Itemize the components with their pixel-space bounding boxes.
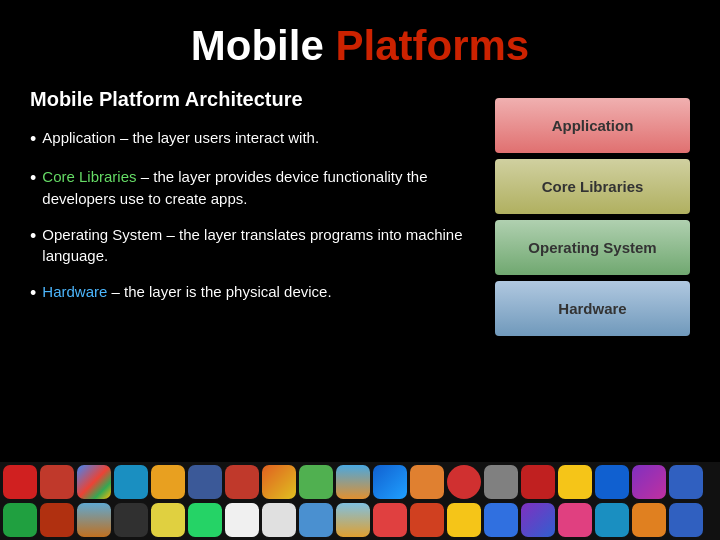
app-icon-19 [669, 465, 703, 499]
section-heading: Mobile Platform Architecture [30, 88, 465, 111]
app-icon-17 [595, 465, 629, 499]
app-icon-b16 [558, 503, 592, 537]
app-icon-8 [262, 465, 296, 499]
app-icon-14 [484, 465, 518, 499]
app-icon-b3 [77, 503, 111, 537]
app-icon-b4 [114, 503, 148, 537]
app-icon-6 [188, 465, 222, 499]
title-area: Mobile Platforms [0, 0, 720, 88]
bullet-item-2: • Core Libraries – the layer provides de… [30, 166, 465, 210]
title-part2: Platforms [335, 22, 529, 69]
app-icon-2 [40, 465, 74, 499]
arch-block-operating-system: Operating System [495, 220, 690, 275]
bullet-1-rest: – the layer users interact with. [120, 129, 319, 146]
app-icon-5 [151, 465, 185, 499]
app-icon-18 [632, 465, 666, 499]
app-icon-10 [336, 465, 370, 499]
app-icon-b5 [151, 503, 185, 537]
bullet-dot-2: • [30, 165, 36, 191]
bullet-4-rest: – the layer is the physical device. [107, 283, 331, 300]
app-icon-b18 [632, 503, 666, 537]
app-icon-b11 [373, 503, 407, 537]
app-icon-b7 [225, 503, 259, 537]
app-icon-b15 [521, 503, 555, 537]
app-icon-b13 [447, 503, 481, 537]
architecture-diagram: Application Core Libraries Operating Sys… [495, 88, 690, 336]
bullet-text-1: Application – the layer users interact w… [42, 127, 465, 149]
arch-block-hardware: Hardware [495, 281, 690, 336]
bullet-list: • Application – the layer users interact… [30, 127, 465, 306]
app-icon-7 [225, 465, 259, 499]
app-icon-13 [447, 465, 481, 499]
slide: Mobile Platforms Mobile Platform Archite… [0, 0, 720, 540]
app-icon-b6 [188, 503, 222, 537]
bullet-3-normal: Operating System [42, 226, 162, 243]
app-icon-4 [114, 465, 148, 499]
app-icon-3 [77, 465, 111, 499]
app-icon-1 [3, 465, 37, 499]
app-icon-b17 [595, 503, 629, 537]
app-icon-b14 [484, 503, 518, 537]
icons-inner [0, 462, 706, 540]
app-icon-b1 [3, 503, 37, 537]
bullet-2-highlight: Core Libraries [42, 168, 136, 185]
bullet-text-3: Operating System – the layer translates … [42, 224, 465, 268]
bullet-dot-4: • [30, 280, 36, 306]
app-icon-b19 [669, 503, 703, 537]
slide-title: Mobile Platforms [191, 22, 529, 69]
bullet-dot-3: • [30, 223, 36, 249]
bullet-4-highlight: Hardware [42, 283, 107, 300]
app-icon-15 [521, 465, 555, 499]
app-icon-12 [410, 465, 444, 499]
app-icon-11 [373, 465, 407, 499]
app-icon-9 [299, 465, 333, 499]
app-icon-b12 [410, 503, 444, 537]
app-icon-b9 [299, 503, 333, 537]
bullet-item-4: • Hardware – the layer is the physical d… [30, 281, 465, 306]
arch-block-core-libraries: Core Libraries [495, 159, 690, 214]
arch-block-application: Application [495, 98, 690, 153]
icon-row-top [0, 462, 706, 501]
content-area: Mobile Platform Architecture • Applicati… [0, 88, 720, 336]
app-icon-16 [558, 465, 592, 499]
bullet-text-2: Core Libraries – the layer provides devi… [42, 166, 465, 210]
app-icons-strip [0, 462, 720, 540]
app-icon-b2 [40, 503, 74, 537]
app-icon-b10 [336, 503, 370, 537]
bullet-1-normal: Application [42, 129, 120, 146]
bullet-item-3: • Operating System – the layer translate… [30, 224, 465, 268]
bullet-text-4: Hardware – the layer is the physical dev… [42, 281, 465, 303]
left-column: Mobile Platform Architecture • Applicati… [30, 88, 475, 336]
app-icon-b8 [262, 503, 296, 537]
title-part1: Mobile [191, 22, 336, 69]
bullet-dot-1: • [30, 126, 36, 152]
bullet-item-1: • Application – the layer users interact… [30, 127, 465, 152]
icon-row-bottom [0, 501, 706, 540]
